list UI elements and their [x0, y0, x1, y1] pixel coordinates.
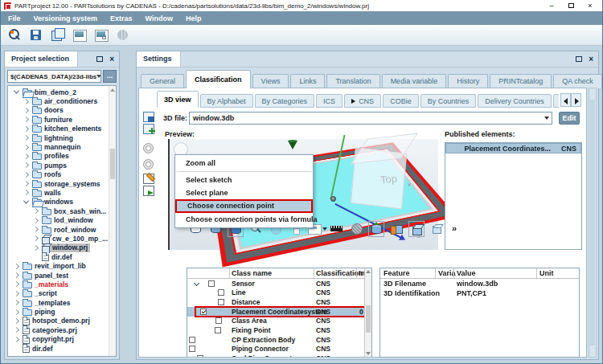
tree-item-furniture[interactable]: furniture — [8, 115, 116, 124]
column-header-feature[interactable]: Feature — [384, 269, 410, 277]
checkbox-line[interactable] — [218, 289, 224, 296]
expander-icon[interactable] — [14, 327, 19, 333]
tree-item-storage-systems[interactable]: storage_systems — [8, 179, 116, 188]
feature-row-3d-identifikation[interactable]: 3D IdentifikationPNT,CP1 — [380, 288, 579, 298]
cube-blue-icon[interactable] — [408, 221, 425, 237]
scroll-down-icon[interactable] — [366, 352, 371, 355]
tree-item-body[interactable]: cw_e_100_mp_... — [42, 234, 110, 243]
expander-icon[interactable] — [23, 162, 29, 168]
tree-item-air-conditioners[interactable]: air_conditioners — [8, 96, 116, 105]
tree-item-materials[interactable]: _materials — [8, 280, 116, 288]
tree-item-body[interactable]: roof_window — [42, 225, 98, 234]
tree-item-dir-def[interactable]: dir.def — [8, 252, 116, 261]
tab-3d-view[interactable]: 3D view — [157, 91, 199, 108]
tab-history[interactable]: History — [448, 74, 488, 88]
expander-icon[interactable] — [23, 144, 29, 149]
column-header-unit[interactable]: Unit — [539, 269, 554, 277]
library-path-combo[interactable]: $(CADENAS_DATA)/23d-libs — [7, 70, 101, 83]
tree-item-doors[interactable]: doors — [8, 106, 116, 115]
tree-item-body[interactable]: window.prj — [42, 243, 90, 252]
tree-item-profiles[interactable]: profiles — [8, 152, 116, 161]
mesh-sphere-icon[interactable] — [348, 221, 364, 237]
tree-item-windows[interactable]: windows — [8, 198, 116, 207]
tree-item-bim-demo-2[interactable]: bim_demo_2 — [8, 88, 116, 96]
expander-icon[interactable] — [14, 272, 19, 278]
menu-item-file[interactable]: File — [8, 14, 21, 22]
tree-item-body[interactable]: dir.def — [42, 252, 75, 261]
checkbox-distance[interactable] — [218, 299, 224, 305]
tree-item-script[interactable]: _script — [8, 289, 116, 298]
tab-by-alphabet[interactable]: By Alphabet — [200, 94, 253, 108]
tree-item-body[interactable]: pumps — [32, 161, 69, 170]
snapshot-settings-icon[interactable] — [93, 27, 109, 43]
tab-delivery-countries[interactable]: Delivery Countries — [478, 94, 552, 108]
tree-item-lod-window[interactable]: lod_window — [8, 215, 116, 224]
tree-item-body[interactable]: _script — [23, 289, 59, 298]
expander-icon[interactable] — [14, 291, 19, 297]
class-row-cp-extraction-body[interactable]: CP Extraction BodyCNS — [187, 335, 371, 345]
published-item-placement-coordinates[interactable]: Placement Coordinates...CNS — [445, 143, 581, 153]
tab-links[interactable]: Links — [290, 74, 325, 88]
class-table-scrollbar-thumb[interactable] — [366, 305, 371, 333]
expander-icon[interactable] — [23, 181, 29, 186]
edit-3d-icon[interactable] — [143, 174, 156, 185]
tool-b-icon[interactable] — [143, 159, 156, 170]
expander-icon[interactable] — [14, 337, 19, 342]
class-table-scrollbar[interactable] — [364, 268, 371, 357]
checkbox-cp-extraction-body[interactable] — [189, 337, 195, 343]
expander-icon[interactable] — [14, 300, 19, 305]
expander-icon[interactable] — [14, 88, 19, 94]
minimize-button[interactable]: – — [548, 1, 556, 10]
tree-item-walls[interactable]: walls — [8, 188, 116, 197]
tree-item-lightning[interactable]: lightning — [8, 133, 116, 142]
duplicate-icon[interactable] — [50, 27, 66, 43]
checkbox-piping-connector[interactable] — [189, 346, 195, 352]
globe-icon[interactable] — [115, 27, 131, 43]
column-header-class-name[interactable]: Class name — [232, 269, 272, 277]
expander-icon[interactable] — [33, 227, 39, 232]
settings-scrollbar[interactable] — [589, 88, 597, 358]
expander-icon[interactable] — [23, 198, 29, 203]
tree-item-categories-prj[interactable]: categories.prj — [8, 325, 116, 334]
scroll-up-icon[interactable] — [366, 270, 371, 273]
tree-item-body[interactable]: box_sash_win... — [42, 207, 109, 215]
snapshot-icon[interactable] — [72, 27, 88, 43]
tree-item-body[interactable]: _materials — [23, 280, 71, 288]
tree-item-kitchen-elements[interactable]: kitchen_elements — [8, 125, 116, 133]
tree-item-body[interactable]: kitchen_elements — [32, 125, 104, 133]
expander-icon[interactable] — [14, 309, 19, 315]
tree-item-window-prj[interactable]: window.prj — [8, 243, 116, 252]
settings-scrollbar-thumb[interactable] — [590, 100, 595, 346]
tree-item-body[interactable]: lightning — [32, 133, 76, 142]
class-row-line[interactable]: LineCNS — [187, 288, 371, 298]
class-row-placement-coordinatesystem[interactable]: Placement CoordinatesystemCNS0 — [187, 307, 371, 317]
expander-icon[interactable] — [23, 108, 29, 113]
tab-scroll-left-button[interactable] — [560, 93, 571, 107]
expander-icon[interactable] — [23, 126, 29, 132]
cube-orange-icon[interactable] — [388, 221, 404, 237]
scroll-up-icon[interactable] — [110, 88, 115, 92]
menu-item-extras[interactable]: Extras — [110, 14, 133, 22]
tree-item-copyright-prj[interactable]: copyright.prj — [8, 335, 116, 344]
close-button[interactable]: × — [586, 1, 594, 10]
menu-item-choose-connection-points-via-formula[interactable]: Choose connection points via formula — [175, 213, 313, 226]
tab-scroll-right-button[interactable] — [571, 93, 581, 107]
tree-item-body[interactable]: furniture — [32, 115, 75, 124]
browse-button[interactable]: ... — [103, 70, 117, 83]
expander-icon[interactable] — [14, 264, 19, 269]
add-3d-icon[interactable] — [143, 124, 156, 135]
tree-item-body[interactable]: revit_import_lib — [23, 262, 88, 271]
class-row-class-area[interactable]: Class AreaCNS — [187, 317, 371, 326]
menu-item-select-sketch[interactable]: Select sketch — [175, 174, 313, 186]
ruler-icon[interactable] — [328, 221, 344, 237]
tree-item-body[interactable]: storage_systems — [32, 179, 102, 188]
tab-views[interactable]: Views — [252, 74, 289, 88]
tree-item-revit-import-lib[interactable]: revit_import_lib — [8, 261, 116, 270]
expander-icon[interactable] — [33, 218, 39, 223]
feature-row-3d-filename[interactable]: 3D Filenamewindow.3db — [380, 279, 579, 288]
panel-close-icon[interactable]: × — [109, 55, 114, 63]
overflow-icon[interactable]: » — [449, 221, 465, 237]
checkbox-placement-coordinatesystem[interactable] — [200, 309, 207, 315]
tree-item-body[interactable]: lod_window — [42, 216, 96, 225]
tab-general[interactable]: General — [141, 74, 184, 88]
